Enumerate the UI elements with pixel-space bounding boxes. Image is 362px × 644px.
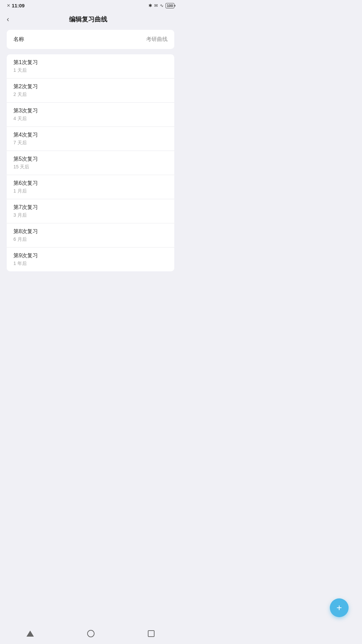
name-row: 名称 考研曲线	[13, 30, 168, 49]
name-label: 名称	[13, 36, 24, 43]
status-left: ✕ 11:09	[7, 3, 24, 8]
review-item[interactable]: 第8次复习6 月后	[7, 223, 174, 248]
status-x-icon: ✕	[7, 3, 10, 8]
status-time: 11:09	[12, 3, 24, 8]
name-value: 考研曲线	[146, 36, 168, 43]
review-subtitle: 7 天后	[13, 140, 168, 146]
review-title: 第3次复习	[13, 107, 168, 114]
back-button[interactable]: ‹	[7, 14, 12, 24]
page-title: 编辑复习曲线	[12, 15, 164, 24]
review-subtitle: 4 天后	[13, 116, 168, 122]
review-title: 第8次复习	[13, 228, 168, 235]
review-subtitle: 1 月后	[13, 188, 168, 194]
review-subtitle: 3 月后	[13, 212, 168, 218]
status-bar: ✕ 11:09 ✱ ✉ ∿ 100	[0, 0, 181, 10]
review-title: 第5次复习	[13, 156, 168, 163]
review-title: 第9次复习	[13, 252, 168, 259]
name-card[interactable]: 名称 考研曲线	[7, 30, 174, 49]
review-item[interactable]: 第6次复习1 月后	[7, 175, 174, 199]
review-subtitle: 6 月后	[13, 236, 168, 243]
review-subtitle: 15 天后	[13, 164, 168, 170]
review-item[interactable]: 第3次复习4 天后	[7, 103, 174, 127]
status-right: ✱ ✉ ∿ 100	[148, 3, 174, 8]
review-item[interactable]: 第4次复习7 天后	[7, 127, 174, 151]
review-item[interactable]: 第7次复习3 月后	[7, 199, 174, 223]
review-title: 第7次复习	[13, 204, 168, 211]
bell-icon: ✉	[154, 3, 158, 8]
header: ‹ 编辑复习曲线	[0, 10, 181, 30]
review-title: 第1次复习	[13, 59, 168, 66]
review-subtitle: 1 天后	[13, 67, 168, 73]
review-title: 第6次复习	[13, 180, 168, 187]
review-item[interactable]: 第9次复习1 年后	[7, 248, 174, 271]
review-item[interactable]: 第5次复习15 天后	[7, 151, 174, 175]
review-item[interactable]: 第2次复习2 天后	[7, 78, 174, 103]
wifi-icon: ∿	[160, 3, 164, 8]
bluetooth-icon: ✱	[148, 3, 152, 8]
review-title: 第2次复习	[13, 83, 168, 90]
battery-indicator: 100	[166, 3, 174, 8]
review-subtitle: 2 天后	[13, 92, 168, 98]
review-subtitle: 1 年后	[13, 261, 168, 267]
review-item[interactable]: 第1次复习1 天后	[7, 54, 174, 78]
review-title: 第4次复习	[13, 131, 168, 139]
review-list: 第1次复习1 天后第2次复习2 天后第3次复习4 天后第4次复习7 天后第5次复…	[7, 54, 174, 271]
